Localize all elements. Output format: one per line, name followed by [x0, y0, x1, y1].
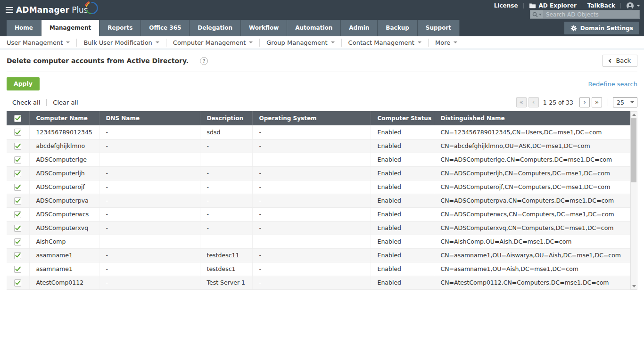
license-link[interactable]: License [494, 2, 518, 9]
tab-workflow[interactable]: Workflow [241, 20, 287, 36]
row-checkbox[interactable] [14, 129, 21, 136]
app-logo[interactable]: ADManager Plus [16, 0, 98, 20]
cell-computer-status: Enabled [371, 221, 434, 235]
subnav-item-computer-management[interactable]: Computer Management [173, 39, 253, 46]
cell-operating-system: - [252, 262, 371, 276]
last-page-button[interactable]: » [592, 97, 602, 107]
column-header-description[interactable]: Description [200, 111, 252, 125]
cell-dns-name: - [99, 276, 200, 289]
row-checkbox[interactable] [14, 184, 21, 191]
back-button[interactable]: Back [603, 55, 637, 67]
cell-distinguished-name: CN=ADSComputerojf,CN=Computers,DC=mse1,D… [434, 180, 630, 194]
cell-description: - [200, 235, 252, 248]
search-scope-button[interactable] [530, 10, 543, 18]
tab-delegation[interactable]: Delegation [190, 20, 241, 36]
ad-explorer-link[interactable]: AD Explorer [529, 2, 577, 9]
account-menu[interactable] [626, 2, 640, 10]
column-header-distinguished-name[interactable]: Distinguished Name [434, 111, 630, 125]
list-toolbar: Check all Clear all « ‹ 1-25 of 33 › » 2… [7, 97, 637, 107]
apply-button[interactable]: Apply [7, 77, 40, 90]
tab-office-365[interactable]: Office 365 [141, 20, 190, 36]
row-checkbox[interactable] [14, 252, 21, 259]
folder-icon [529, 3, 536, 8]
cell-computer-status: Enabled [371, 139, 434, 153]
cell-computer-name: abcdefghijklmno [29, 139, 99, 153]
redefine-search-link[interactable]: Redefine search [588, 81, 637, 88]
cell-operating-system: - [252, 125, 371, 139]
cell-distinguished-name: CN=ADSComputerpva,CN=Computers,DC=mse1,D… [434, 194, 630, 207]
tab-automation[interactable]: Automation [287, 20, 341, 36]
tab-admin[interactable]: Admin [341, 20, 378, 36]
tab-management[interactable]: Management [41, 20, 99, 36]
row-checkbox[interactable] [14, 170, 21, 177]
tab-support[interactable]: Support [418, 20, 460, 36]
help-icon[interactable]: ? [200, 57, 208, 65]
cell-dns-name: - [99, 166, 200, 180]
subnav-item-more[interactable]: More [435, 39, 457, 46]
column-header-computer-name[interactable]: Computer Name [29, 111, 99, 125]
table-scrollbar[interactable] [630, 111, 637, 290]
page-title: Delete computer accounts from Active Dir… [7, 57, 189, 65]
main-nav: HomeManagementReportsOffice 365Delegatio… [0, 20, 644, 36]
header-checkbox[interactable] [14, 115, 21, 122]
prev-page-button[interactable]: ‹ [528, 97, 539, 107]
search-input[interactable] [543, 10, 639, 18]
row-checkbox[interactable] [14, 211, 21, 218]
cell-operating-system: - [252, 194, 371, 207]
scroll-down-arrow[interactable] [631, 283, 637, 289]
tab-reports[interactable]: Reports [99, 20, 141, 36]
tab-backup[interactable]: Backup [378, 20, 417, 36]
menu-icon[interactable] [6, 7, 13, 14]
check-all-link[interactable]: Check all [12, 99, 40, 106]
divider [523, 3, 524, 8]
cell-computer-status: Enabled [371, 235, 434, 248]
chevron-down-icon [156, 41, 159, 43]
cell-operating-system: - [252, 276, 371, 289]
row-checkbox[interactable] [14, 225, 21, 232]
column-header-computer-status[interactable]: Computer Status [371, 111, 434, 125]
subnav-item-bulk-user-modification[interactable]: Bulk User Modification [83, 39, 159, 46]
subnav-item-group-management[interactable]: Group Management [266, 39, 334, 46]
first-page-button[interactable]: « [516, 97, 527, 107]
row-checkbox[interactable] [14, 197, 21, 205]
cell-distinguished-name: CN=abcdefghijklmno,OU=ASK,DC=mse1,DC=com [434, 139, 630, 153]
column-header-operating-system[interactable]: Operating System [252, 111, 371, 125]
divider [608, 98, 608, 106]
column-header-dns-name[interactable]: DNS Name [99, 111, 200, 125]
domain-settings-button[interactable]: Domain Settings [564, 22, 639, 34]
talkback-link[interactable]: TalkBack [587, 2, 615, 9]
row-checkbox[interactable] [14, 238, 21, 246]
cell-description: testdesc11 [200, 248, 252, 262]
scrollbar-thumb[interactable] [631, 118, 636, 182]
chevron-down-icon [454, 41, 457, 43]
cell-description: - [200, 207, 252, 221]
scroll-up-arrow[interactable] [631, 112, 637, 118]
chevron-down-icon [630, 101, 634, 103]
divider [428, 39, 429, 47]
cell-distinguished-name: CN=AishComp,OU=Aish,DC=mse1,DC=com [434, 235, 630, 248]
subnav-item-user-management[interactable]: User Management [7, 39, 70, 46]
cell-dns-name: - [99, 207, 200, 221]
chevron-down-icon [539, 14, 542, 16]
gear-icon [570, 25, 577, 32]
tab-home[interactable]: Home [7, 20, 41, 36]
row-checkbox[interactable] [14, 143, 21, 150]
cell-description: Test Server 1 [200, 276, 252, 289]
subnav-item-contact-management[interactable]: Contact Management [348, 39, 421, 46]
cell-distinguished-name: CN=123456789012345,CN=Users,DC=mse1,DC=c… [434, 125, 630, 139]
cell-computer-name: 123456789012345 [29, 125, 99, 139]
cell-operating-system: - [252, 221, 371, 235]
search-icon [532, 12, 538, 17]
table-row: AtestComp0112-Test Server 1-EnabledCN=At… [7, 276, 630, 289]
next-page-button[interactable]: › [579, 97, 590, 107]
cell-operating-system: - [252, 166, 371, 180]
clear-all-link[interactable]: Clear all [53, 99, 78, 106]
cell-computer-name: ADSComputerpva [29, 194, 99, 207]
table-row: ADSComputerlge---EnabledCN=ADSComputerlg… [7, 153, 630, 166]
cell-distinguished-name: CN=ADSComputerlge,CN=Computers,DC=mse1,D… [434, 153, 630, 166]
row-checkbox[interactable] [14, 279, 21, 287]
row-checkbox[interactable] [14, 156, 21, 164]
page-size-select[interactable]: 25 [613, 97, 637, 107]
brand-name: ADManager [16, 5, 69, 15]
row-checkbox[interactable] [14, 266, 21, 273]
